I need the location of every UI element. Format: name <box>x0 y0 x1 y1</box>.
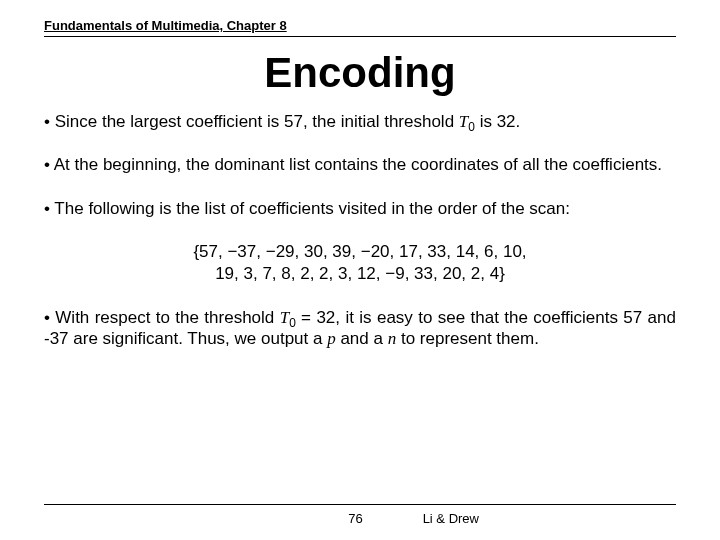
authors: Li & Drew <box>373 511 676 526</box>
threshold-symbol-2: T <box>280 308 289 327</box>
chapter-header: Fundamentals of Multimedia, Chapter 8 <box>44 18 676 33</box>
footer-rule <box>44 504 676 505</box>
footer: 76 Li & Drew <box>44 504 676 526</box>
bullet-3: • The following is the list of coefficie… <box>44 198 676 219</box>
slide: Fundamentals of Multimedia, Chapter 8 En… <box>0 0 720 540</box>
page-number: 76 <box>44 511 373 526</box>
slide-title: Encoding <box>44 49 676 97</box>
threshold-symbol: T <box>459 112 468 131</box>
symbol-n: n <box>388 329 397 348</box>
bullet-1: • Since the largest coefficient is 57, t… <box>44 111 676 132</box>
bullet-1-post: is 32. <box>475 112 520 131</box>
bullet-4-post: to represent them. <box>396 329 539 348</box>
bullet-2: • At the beginning, the dominant list co… <box>44 154 676 175</box>
bullet-4-pre: • With respect to the threshold <box>44 308 280 327</box>
footer-row: 76 Li & Drew <box>44 511 676 526</box>
threshold-subscript: 0 <box>468 120 475 134</box>
coeff-line-2: 19, 3, 7, 8, 2, 2, 3, 12, −9, 33, 20, 2,… <box>107 263 613 285</box>
bullet-4: • With respect to the threshold T0 = 32,… <box>44 307 676 350</box>
bullet-1-pre: • Since the largest coefficient is 57, t… <box>44 112 459 131</box>
coeff-line-1: {57, −37, −29, 30, 39, −20, 17, 33, 14, … <box>107 241 613 263</box>
coefficient-list: {57, −37, −29, 30, 39, −20, 17, 33, 14, … <box>107 241 613 285</box>
bullet-4-and: and a <box>336 329 388 348</box>
header-rule <box>44 36 676 37</box>
symbol-p: p <box>327 329 336 348</box>
